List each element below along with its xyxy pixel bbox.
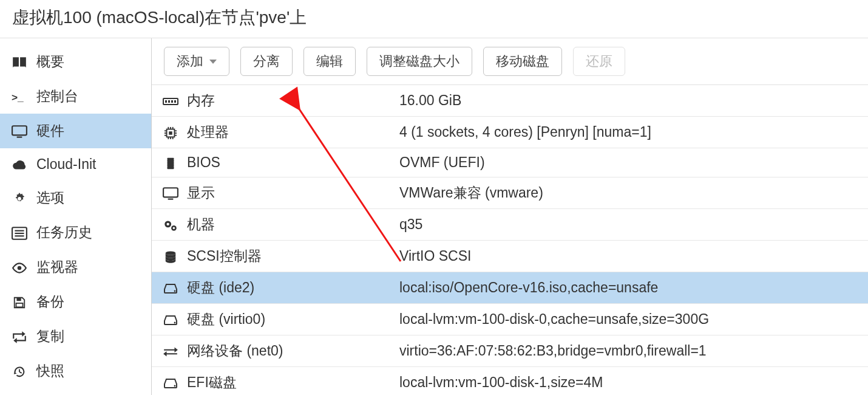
svg-point-9	[18, 266, 22, 270]
hardware-row-value: local-lvm:vm-100-disk-0,cache=unsafe,siz…	[399, 311, 868, 328]
svg-rect-16	[168, 100, 170, 103]
gears-icon	[163, 216, 187, 233]
database-icon	[163, 248, 187, 264]
hdd-icon	[163, 311, 187, 328]
toolbar: 添加 分离 编辑 调整磁盘大小 移动磁盘 还原	[152, 38, 868, 85]
hardware-row[interactable]: 硬盘 (virtio0)local-lvm:vm-100-disk-0,cach…	[152, 304, 868, 335]
list-icon	[11, 224, 28, 241]
restore-button: 还原	[573, 47, 625, 76]
sidebar-item-7[interactable]: 备份	[0, 284, 151, 319]
hardware-row-value: VMWare兼容 (vmware)	[399, 184, 868, 202]
page-title: 虚拟机100 (macOS-local)在节点'pve'上	[0, 0, 868, 38]
resize-disk-button[interactable]: 调整磁盘大小	[367, 47, 472, 76]
svg-line-13	[19, 372, 22, 373]
hardware-row-label: 硬盘 (virtio0)	[187, 310, 399, 329]
hardware-row-label: 机器	[187, 215, 399, 234]
hardware-row[interactable]: 显示VMWare兼容 (vmware)	[152, 177, 868, 209]
sidebar-item-label: 选项	[36, 188, 64, 207]
svg-point-4	[18, 197, 21, 201]
hardware-row[interactable]: 内存16.00 GiB	[152, 85, 868, 117]
hdd-icon	[163, 374, 187, 391]
hardware-row-value: 4 (1 sockets, 4 cores) [Penryn] [numa=1]	[399, 124, 868, 140]
hardware-row[interactable]: EFI磁盘local-lvm:vm-100-disk-1,size=4M	[152, 367, 868, 395]
monitor-icon	[11, 123, 28, 139]
hdd-icon	[163, 280, 187, 296]
svg-point-50	[174, 322, 176, 324]
hardware-row[interactable]: 网络设备 (net0)virtio=36:AF:07:58:62:B3,brid…	[152, 335, 868, 367]
sidebar-item-label: 控制台	[36, 87, 78, 106]
svg-text:>_: >_	[12, 91, 24, 103]
sidebar-item-6[interactable]: 监视器	[0, 250, 151, 284]
hardware-row-label: BIOS	[187, 154, 399, 171]
hardware-row[interactable]: 硬盘 (ide2)local:iso/OpenCore-v16.iso,cach…	[152, 272, 868, 304]
hardware-row-label: 硬盘 (ide2)	[187, 278, 399, 297]
save-icon	[11, 294, 28, 310]
exchange-icon	[163, 343, 187, 359]
hardware-row-label: SCSI控制器	[187, 247, 399, 266]
svg-rect-1	[12, 126, 27, 135]
monitor-icon	[163, 185, 187, 201]
hardware-table: 内存16.00 GiB处理器4 (1 sockets, 4 cores) [Pe…	[152, 85, 868, 395]
sidebar-item-5[interactable]: 任务历史	[0, 215, 151, 250]
svg-rect-17	[171, 100, 173, 103]
svg-point-48	[166, 251, 176, 255]
sidebar-item-label: 硬件	[36, 122, 64, 140]
memory-icon	[163, 92, 187, 109]
sidebar-item-0[interactable]: 概要	[0, 44, 151, 79]
sidebar-item-8[interactable]: 复制	[0, 319, 151, 354]
hardware-row[interactable]: BIOSOVMF (UEFI)	[152, 148, 868, 177]
terminal-icon: >_	[11, 88, 28, 105]
sidebar-item-label: 快照	[36, 362, 64, 380]
hardware-row-value: OVMF (UEFI)	[399, 154, 868, 171]
svg-point-45	[167, 223, 169, 225]
hardware-row-value: 16.00 GiB	[399, 92, 868, 109]
svg-rect-33	[168, 158, 174, 169]
sidebar: 概要>_控制台硬件Cloud-Init选项任务历史监视器备份复制快照	[0, 38, 152, 395]
sidebar-item-label: 概要	[36, 52, 64, 71]
hardware-row-label: EFI磁盘	[187, 373, 399, 392]
hardware-row-value: q35	[399, 216, 868, 233]
gear-icon	[11, 190, 28, 206]
svg-rect-42	[163, 188, 178, 197]
book-icon	[11, 53, 28, 70]
sidebar-item-4[interactable]: 选项	[0, 180, 151, 215]
chevron-down-icon	[209, 60, 217, 64]
sidebar-item-3[interactable]: Cloud-Init	[0, 148, 151, 180]
hardware-row-label: 显示	[187, 184, 399, 202]
svg-rect-10	[16, 298, 21, 301]
hardware-row-label: 网络设备 (net0)	[187, 342, 399, 360]
sidebar-item-label: 任务历史	[36, 223, 92, 242]
sidebar-item-1[interactable]: >_控制台	[0, 79, 151, 114]
sidebar-item-label: Cloud-Init	[36, 156, 96, 173]
svg-point-51	[174, 385, 176, 387]
retweet-icon	[11, 328, 28, 345]
svg-rect-18	[174, 100, 176, 103]
move-disk-button[interactable]: 移动磁盘	[483, 47, 562, 76]
sidebar-item-9[interactable]: 快照	[0, 354, 151, 388]
hardware-row[interactable]: SCSI控制器VirtIO SCSI	[152, 241, 868, 272]
cloud-icon	[11, 156, 28, 173]
add-button-label: 添加	[177, 52, 203, 70]
svg-rect-15	[165, 100, 167, 103]
chip-icon	[163, 154, 187, 171]
svg-rect-20	[169, 131, 172, 135]
sidebar-item-label: 监视器	[36, 258, 78, 276]
add-button[interactable]: 添加	[164, 47, 229, 76]
svg-rect-11	[16, 303, 23, 307]
sidebar-item-2[interactable]: 硬件	[0, 114, 151, 148]
detach-button[interactable]: 分离	[240, 47, 293, 76]
edit-button[interactable]: 编辑	[303, 47, 356, 76]
eye-icon	[11, 259, 28, 275]
hardware-row-label: 处理器	[187, 123, 399, 142]
svg-rect-2	[17, 137, 22, 138]
hardware-row-value: local:iso/OpenCore-v16.iso,cache=unsafe	[399, 280, 868, 296]
hardware-row-value: local-lvm:vm-100-disk-1,size=4M	[399, 374, 868, 391]
history-icon	[11, 363, 28, 379]
svg-point-47	[173, 227, 175, 229]
cpu-icon	[163, 124, 187, 140]
hardware-row[interactable]: 处理器4 (1 sockets, 4 cores) [Penryn] [numa…	[152, 117, 868, 148]
hardware-row-value: virtio=36:AF:07:58:62:B3,bridge=vmbr0,fi…	[399, 343, 868, 359]
hardware-row[interactable]: 机器q35	[152, 209, 868, 241]
hardware-row-value: VirtIO SCSI	[399, 248, 868, 264]
svg-rect-43	[168, 199, 174, 200]
